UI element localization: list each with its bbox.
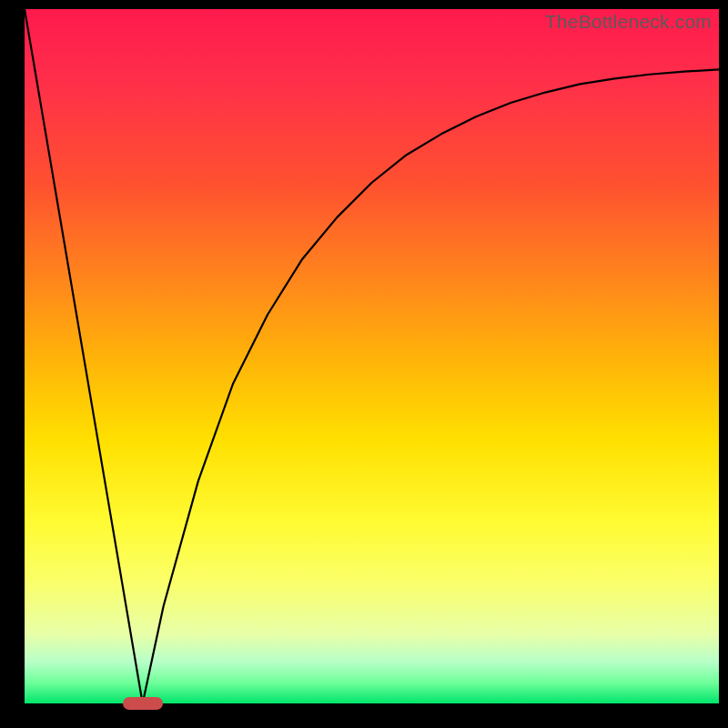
plot-area: TheBottleneck.com bbox=[25, 9, 719, 703]
chart-frame: TheBottleneck.com bbox=[0, 0, 728, 728]
bottleneck-curve bbox=[25, 9, 719, 703]
minimum-marker bbox=[123, 697, 163, 710]
